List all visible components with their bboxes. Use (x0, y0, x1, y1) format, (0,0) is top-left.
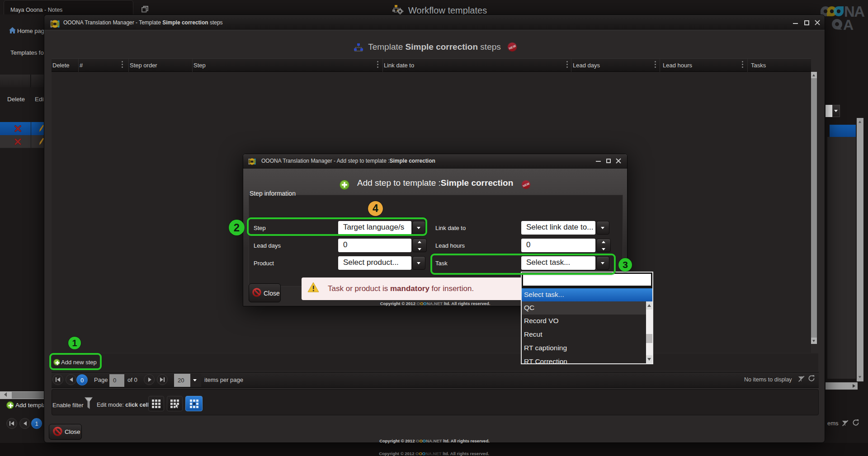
svg-text:A: A (843, 17, 854, 33)
